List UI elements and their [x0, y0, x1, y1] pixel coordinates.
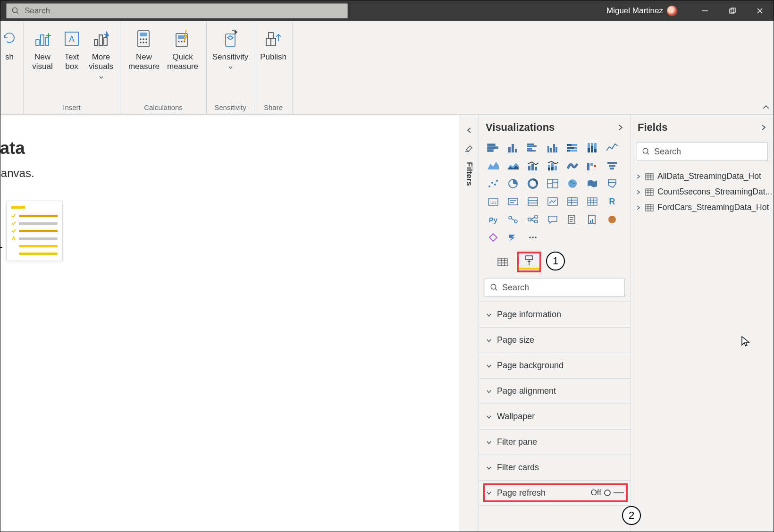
text-box-button[interactable]: A Text box — [59, 28, 84, 72]
svg-rect-14 — [94, 40, 98, 45]
global-search[interactable]: Search — [6, 3, 348, 18]
100-stacked-bar-icon[interactable] — [564, 140, 581, 155]
user-name[interactable]: Miguel Martinez — [606, 6, 663, 16]
cursor-icon — [740, 336, 751, 348]
svg-rect-61 — [594, 149, 597, 152]
power-automate-icon[interactable] — [505, 230, 522, 245]
kpi-icon[interactable] — [544, 194, 561, 209]
svg-line-1 — [17, 12, 18, 14]
collapse-ribbon-button[interactable] — [762, 104, 770, 112]
smart-narrative-icon[interactable] — [564, 212, 581, 227]
card-icon[interactable] — [505, 194, 522, 209]
section-page-refresh[interactable]: Page refresh Off — [479, 480, 631, 506]
svg-rect-139 — [646, 173, 653, 180]
area-chart-icon[interactable] — [485, 158, 502, 173]
search-icon — [642, 147, 650, 156]
chevron-right-icon[interactable] — [617, 124, 624, 131]
stacked-area-icon[interactable] — [505, 158, 522, 173]
line-stacked-column-icon[interactable] — [544, 158, 561, 173]
map-icon[interactable] — [564, 176, 581, 191]
r-visual-icon[interactable]: R — [604, 194, 621, 209]
more-visuals-button[interactable]: More visuals — [89, 28, 113, 81]
close-button[interactable] — [746, 0, 774, 21]
stacked-bar-icon[interactable] — [485, 140, 502, 155]
svg-rect-90 — [508, 198, 518, 205]
section-filter-cards[interactable]: Filter cards — [479, 455, 631, 480]
shape-map-icon[interactable] — [604, 176, 621, 191]
new-measure-button[interactable]: New measure — [127, 28, 161, 72]
power-apps-icon[interactable] — [485, 230, 502, 245]
canvas-illustration: ✓ — [0, 201, 449, 270]
chevron-right-icon[interactable] — [760, 124, 767, 131]
section-wallpaper[interactable]: Wallpaper — [479, 404, 631, 429]
svg-point-27 — [178, 41, 179, 42]
arcgis-icon[interactable] — [604, 212, 621, 227]
clustered-column-icon[interactable] — [544, 140, 561, 155]
scatter-icon[interactable] — [485, 176, 502, 191]
gauge-icon[interactable]: 123 — [485, 194, 502, 209]
format-sections: Page information Page size Page backgrou… — [479, 302, 631, 506]
qa-visual-icon[interactable] — [544, 212, 561, 227]
table-item[interactable]: FordCars_StreamingData_Hot — [631, 200, 774, 215]
svg-rect-51 — [567, 144, 572, 146]
filters-pane-collapsed[interactable]: Filters — [459, 115, 479, 532]
section-page-background[interactable]: Page background — [479, 353, 631, 378]
chevron-down-icon — [486, 363, 492, 369]
chevron-down-icon — [486, 464, 492, 471]
svg-point-20 — [143, 38, 144, 40]
pie-icon[interactable] — [505, 176, 522, 191]
more-visuals-icon — [90, 28, 112, 50]
more-icon[interactable] — [524, 230, 541, 245]
waterfall-icon[interactable] — [584, 158, 601, 173]
clustered-bar-icon[interactable] — [524, 140, 541, 155]
section-filter-pane[interactable]: Filter pane — [479, 429, 631, 455]
paginated-report-icon[interactable] — [584, 212, 601, 227]
sensitivity-button[interactable]: Sensitivity — [213, 28, 247, 72]
section-page-information[interactable]: Page information — [479, 302, 631, 327]
chevron-down-icon — [486, 414, 492, 420]
svg-point-76 — [488, 186, 490, 187]
table-item[interactable]: Count5secons_StreamingDat... — [631, 184, 774, 200]
funnel-icon[interactable] — [604, 158, 621, 173]
line-clustered-column-icon[interactable] — [524, 158, 541, 173]
decomposition-tree-icon[interactable] — [524, 212, 541, 227]
donut-icon[interactable] — [524, 176, 541, 191]
stacked-column-icon[interactable] — [505, 140, 522, 155]
fields-search[interactable]: Search — [637, 142, 768, 161]
svg-point-78 — [494, 184, 496, 186]
line-chart-icon[interactable] — [604, 140, 621, 155]
svg-rect-75 — [610, 168, 614, 169]
section-page-alignment[interactable]: Page alignment — [479, 378, 631, 404]
svg-line-114 — [531, 217, 535, 220]
refresh-button[interactable]: sh — [2, 28, 17, 62]
100-stacked-column-icon[interactable] — [584, 140, 601, 155]
new-visual-button[interactable]: New visual — [30, 28, 55, 72]
svg-rect-44 — [527, 148, 532, 150]
section-page-size[interactable]: Page size — [479, 327, 631, 353]
publish-button[interactable]: Publish — [261, 28, 286, 62]
fields-tab-button[interactable] — [490, 252, 515, 272]
table-icon[interactable] — [584, 194, 601, 209]
quick-measure-button[interactable]: Quick measure — [166, 28, 200, 72]
page-refresh-toggle[interactable]: Off — [591, 488, 624, 498]
table-item[interactable]: AllData_StreamingData_Hot — [631, 169, 774, 184]
group-insert: Insert — [63, 101, 81, 114]
svg-point-125 — [532, 236, 534, 238]
treemap-icon[interactable] — [544, 176, 561, 191]
chevron-left-icon — [466, 127, 472, 134]
report-canvas[interactable]: ls with your data Fields pane onto the r… — [0, 115, 459, 532]
maximize-button[interactable] — [719, 0, 746, 21]
table-icon — [645, 188, 654, 196]
viz-search[interactable]: Search — [485, 278, 625, 297]
avatar[interactable] — [667, 6, 677, 16]
format-tab-button[interactable] — [517, 252, 541, 272]
ribbon-chart-icon[interactable] — [564, 158, 581, 173]
python-visual-icon[interactable]: Py — [485, 212, 502, 227]
key-influencers-icon[interactable] — [505, 212, 522, 227]
slicer-icon[interactable] — [564, 194, 581, 209]
filled-map-icon[interactable] — [584, 176, 601, 191]
svg-rect-7 — [36, 40, 39, 45]
multi-row-card-icon[interactable] — [524, 194, 541, 209]
minimize-button[interactable] — [691, 0, 719, 21]
svg-rect-70 — [587, 163, 589, 170]
